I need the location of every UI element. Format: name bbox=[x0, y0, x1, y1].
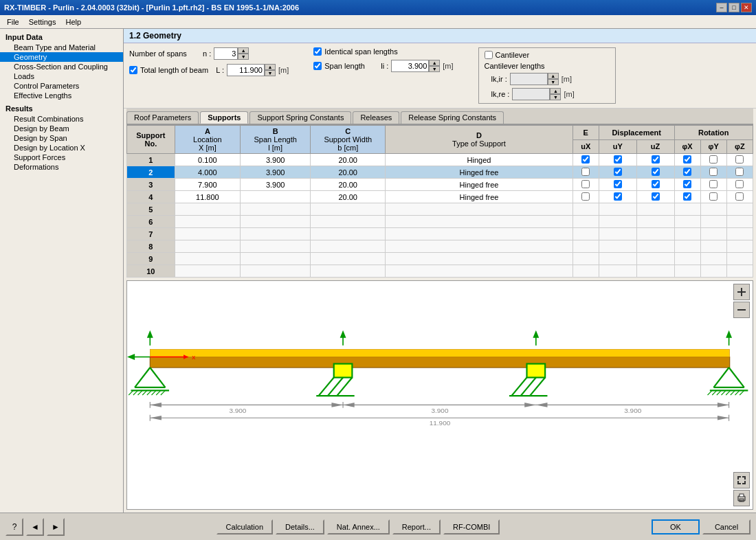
svg-marker-37 bbox=[533, 330, 539, 338]
rotation-header: Rotation bbox=[674, 126, 753, 140]
menu-help[interactable]: Help bbox=[61, 17, 85, 27]
li-spin-down[interactable]: ▼ bbox=[429, 66, 440, 72]
n-label: n : bbox=[203, 49, 211, 58]
zoom-out-button[interactable] bbox=[733, 302, 750, 318]
ik-ir-unit: [m] bbox=[562, 75, 572, 83]
li-input[interactable] bbox=[391, 60, 429, 72]
svg-marker-70 bbox=[150, 416, 162, 420]
print-diagram-button[interactable] bbox=[733, 490, 750, 506]
ik-re-spin-up[interactable]: ▲ bbox=[550, 88, 561, 94]
tab-roof-parameters[interactable]: Roof Parameters bbox=[126, 111, 199, 124]
svg-marker-64 bbox=[536, 403, 548, 407]
tab-releases[interactable]: Releases bbox=[353, 111, 399, 124]
ok-button[interactable]: OK bbox=[652, 519, 700, 535]
ik-re-unit: [m] bbox=[564, 90, 574, 98]
ik-ir-input[interactable] bbox=[510, 73, 548, 85]
tab-supports[interactable]: Supports bbox=[200, 111, 248, 124]
sidebar-item-cross-section[interactable]: Cross-Section and Coupling bbox=[0, 62, 123, 71]
col-support-no: SupportNo. bbox=[127, 126, 175, 154]
svg-line-34 bbox=[530, 377, 545, 396]
svg-marker-55 bbox=[150, 403, 162, 407]
menu-file[interactable]: File bbox=[3, 17, 23, 27]
menu-settings[interactable]: Settings bbox=[25, 17, 60, 27]
table-row[interactable]: 7 bbox=[127, 228, 753, 240]
rf-combi-button[interactable]: RF-COMBI bbox=[443, 519, 500, 535]
sidebar-item-result-combinations[interactable]: Result Combinations bbox=[0, 114, 123, 124]
ik-ir-spin-down[interactable]: ▼ bbox=[548, 79, 559, 85]
tab-release-spring-constants[interactable]: Release Spring Constants bbox=[401, 111, 504, 124]
table-row[interactable]: 24.0003.90020.00Hinged free bbox=[127, 166, 753, 179]
details-button[interactable]: Details... bbox=[276, 519, 324, 535]
span-length-checkbox[interactable] bbox=[313, 62, 322, 70]
title-bar-buttons: – □ ✕ bbox=[716, 3, 752, 12]
l-spin-up[interactable]: ▲ bbox=[265, 64, 276, 70]
diagram-tools bbox=[733, 284, 750, 318]
n-input[interactable] bbox=[214, 47, 238, 60]
prev-button[interactable]: ◄ bbox=[26, 518, 44, 536]
l-spin-down[interactable]: ▼ bbox=[265, 70, 276, 76]
cantilever-checkbox[interactable] bbox=[485, 51, 493, 59]
tab-support-spring-constants[interactable]: Support Spring Constants bbox=[249, 111, 351, 124]
svg-text:3.900: 3.900 bbox=[229, 407, 246, 414]
svg-line-26 bbox=[328, 377, 343, 396]
n-spin-down[interactable]: ▼ bbox=[238, 54, 249, 60]
table-row[interactable]: 411.80020.00Hinged free bbox=[127, 191, 753, 203]
minimize-button[interactable]: – bbox=[716, 3, 727, 12]
table-row[interactable]: 8 bbox=[127, 240, 753, 253]
total-length-checkbox[interactable] bbox=[129, 66, 137, 74]
svg-rect-4 bbox=[150, 349, 729, 357]
sidebar-item-geometry[interactable]: Geometry bbox=[0, 52, 123, 62]
sidebar-item-support-forces[interactable]: Support Forces bbox=[0, 153, 123, 162]
sidebar-item-design-by-beam[interactable]: Design by Beam bbox=[0, 124, 123, 133]
zoom-in-button[interactable] bbox=[733, 284, 750, 300]
svg-marker-56 bbox=[331, 403, 343, 407]
cantilever-label: Cantilever bbox=[496, 51, 530, 59]
table-row[interactable]: 5 bbox=[127, 203, 753, 216]
svg-marker-21 bbox=[147, 330, 153, 338]
sidebar-item-effective-lengths[interactable]: Effective Lengths bbox=[0, 91, 123, 100]
table-row[interactable]: 10.1003.90020.00Hinged bbox=[127, 154, 753, 166]
title-bar: RX-TIMBER - Purlin - 2.04.0003 (32bit) -… bbox=[0, 0, 756, 15]
bottom-right: OK Cancel bbox=[652, 519, 751, 535]
table-row[interactable]: 37.9003.90020.00Hinged free bbox=[127, 179, 753, 191]
table-row[interactable]: 10 bbox=[127, 265, 753, 278]
l-label: L : bbox=[216, 66, 224, 74]
table-row[interactable]: 6 bbox=[127, 216, 753, 228]
close-button[interactable]: ✕ bbox=[741, 3, 752, 12]
svg-rect-74 bbox=[737, 476, 739, 480]
sidebar: Input Data Beam Type and Material Geomet… bbox=[0, 29, 124, 513]
total-length-label: Total length of beam bbox=[140, 66, 208, 74]
tabs-bar: Roof Parameters Supports Support Spring … bbox=[126, 109, 753, 125]
sidebar-item-loads[interactable]: Loads bbox=[0, 71, 123, 81]
report-button[interactable]: Report... bbox=[392, 519, 441, 535]
table-row[interactable]: 9 bbox=[127, 253, 753, 265]
svg-line-32 bbox=[511, 377, 526, 396]
fit-view-button[interactable] bbox=[733, 472, 750, 488]
identical-span-checkbox[interactable] bbox=[313, 47, 322, 56]
li-spin-up[interactable]: ▲ bbox=[429, 60, 440, 66]
cancel-button[interactable]: Cancel bbox=[702, 519, 751, 535]
sidebar-item-control-parameters[interactable]: Control Parameters bbox=[0, 81, 123, 91]
help-button[interactable]: ? bbox=[5, 518, 23, 536]
svg-marker-60 bbox=[524, 403, 536, 407]
col-phix-header: φX bbox=[674, 139, 700, 154]
nat-annex-button[interactable]: Nat. Annex... bbox=[327, 519, 390, 535]
l-input[interactable] bbox=[227, 64, 265, 76]
span-length-group: Span length li : ▲ ▼ [m] bbox=[313, 60, 453, 72]
ik-ir-spin-up[interactable]: ▲ bbox=[548, 73, 559, 79]
svg-line-9 bbox=[150, 368, 165, 387]
next-button[interactable]: ► bbox=[47, 518, 65, 536]
svg-line-25 bbox=[319, 377, 334, 396]
sidebar-item-design-by-span[interactable]: Design by Span bbox=[0, 133, 123, 143]
n-spin-up[interactable]: ▲ bbox=[238, 47, 249, 54]
svg-line-8 bbox=[135, 368, 150, 387]
maximize-button[interactable]: □ bbox=[729, 3, 740, 12]
sidebar-item-deformations[interactable]: Deformations bbox=[0, 162, 123, 172]
ik-re-spin-down[interactable]: ▼ bbox=[550, 94, 561, 100]
calculation-button[interactable]: Calculation bbox=[216, 519, 273, 535]
sidebar-item-design-by-location[interactable]: Design by Location X bbox=[0, 143, 123, 153]
ik-re-input[interactable] bbox=[512, 88, 550, 100]
col-phiy-header: φY bbox=[700, 139, 726, 154]
sidebar-item-beam-type[interactable]: Beam Type and Material bbox=[0, 43, 123, 52]
col-ux-header: uX bbox=[572, 139, 599, 154]
